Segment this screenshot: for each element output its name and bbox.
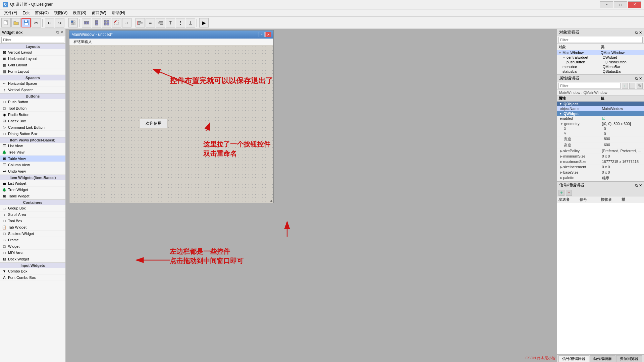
ot-row-pushbutton[interactable]: pushButton QPushButton [557, 60, 644, 64]
menu-window[interactable]: 窗口(W) [89, 9, 109, 16]
tab-resource-browser[interactable]: 资源浏览器 [616, 355, 642, 362]
tab-signal-editor[interactable]: 信号/槽编辑器 [558, 355, 589, 362]
widget-item-tab-widget[interactable]: 📋Tab Widget [0, 224, 65, 231]
menu-edit[interactable]: Edit [20, 10, 32, 16]
signal-add-button[interactable]: ＋ [558, 190, 565, 196]
preview-button[interactable]: ▶ [199, 18, 209, 27]
widget-box-filter-input[interactable] [1, 37, 64, 43]
undo-button[interactable]: ↩ [45, 18, 54, 27]
prop-add-button[interactable]: ＋ [622, 83, 628, 89]
prop-row-sizeincrement[interactable]: ▶sizeIncrement 0 x 0 [557, 165, 644, 170]
ot-row-mainwindow[interactable]: ▼ MainWindow QMainWindow [557, 50, 644, 55]
widget-box-float[interactable]: ⧉ [56, 30, 59, 35]
cut-button[interactable]: ✂ [32, 18, 41, 27]
widget-mode-button[interactable] [68, 18, 78, 27]
maximize-button[interactable]: □ [614, 1, 627, 8]
align-right-button[interactable] [156, 18, 165, 27]
widget-item-group-box[interactable]: ▭Group Box [0, 205, 65, 212]
designer-minimize[interactable]: － [259, 32, 265, 37]
widget-item-combo-box[interactable]: ▼Combo Box [0, 268, 65, 275]
designer-canvas[interactable]: 欢迎使用 ⊿ [69, 45, 273, 203]
ot-row-menubar[interactable]: menubar QMenuBar [557, 64, 644, 69]
prop-row-maximumsize[interactable]: ▶maximumSize 16777215 x 16777215 [557, 159, 644, 165]
widget-item-list-view[interactable]: ☰List View [0, 143, 65, 149]
widget-item-widget[interactable]: □Widget [0, 243, 65, 250]
save-button[interactable] [21, 18, 31, 27]
open-button[interactable] [11, 18, 21, 27]
widget-item-undo-view[interactable]: ↩Undo View [0, 168, 65, 175]
designer-close[interactable]: ✕ [265, 32, 271, 37]
widget-item-table-view[interactable]: ⊞Table View [0, 156, 65, 162]
widget-item-push-button[interactable]: □Push Button [0, 99, 65, 105]
widget-item-table-widget[interactable]: ⊞Table Widget [0, 193, 65, 199]
widget-item-frame[interactable]: ▭Frame [0, 237, 65, 243]
prop-row-y[interactable]: Y 0 [557, 131, 644, 136]
adjust-size-button[interactable]: ↔ [122, 18, 131, 27]
menu-help[interactable]: 帮助(H) [109, 9, 128, 16]
widget-item-stacked-widget[interactable]: □Stacked Widget [0, 231, 65, 237]
widget-box-close[interactable]: ✕ [60, 30, 63, 35]
prop-row-height[interactable]: 高度 600 [557, 142, 644, 148]
widget-item-font-combo-box[interactable]: AFont Combo Box [0, 275, 65, 281]
ot-row-centralwidget[interactable]: ▼ centralwidget QWidget [557, 55, 644, 60]
widget-item-column-view[interactable]: ☰Column View [0, 162, 65, 168]
widget-item-radio-button[interactable]: ◉Radio Button [0, 112, 65, 118]
widget-item-list-widget[interactable]: ☰List Widget [0, 180, 65, 187]
prop-row-sizepolicy[interactable]: ▶sizePolicy [Preferred, Preferred, ... [557, 148, 644, 154]
widget-item-hspacer[interactable]: ↔Horizontal Spacer [0, 80, 65, 87]
align-center-button[interactable]: ≡ [146, 18, 155, 27]
prop-row-minimumsize[interactable]: ▶minimumSize 0 x 0 [557, 154, 644, 159]
widget-item-dock-widget[interactable]: ⊟Dock Widget [0, 256, 65, 262]
tab-action-editor[interactable]: 动作编辑器 [590, 355, 615, 362]
widget-item-check-box[interactable]: ☑Check Box [0, 118, 65, 124]
widget-item-command-link[interactable]: ▷Command Link Button [0, 124, 65, 131]
widget-item-grid-layout[interactable]: ▦Grid Layout [0, 62, 65, 68]
demo-push-button[interactable]: 欢迎使用 [140, 119, 167, 128]
menu-file[interactable]: 文件(F) [1, 9, 20, 16]
menu-form[interactable]: 窗体(O) [32, 9, 51, 16]
prop-row-palette[interactable]: ▶palette 继承 [557, 175, 644, 181]
break-layout-button[interactable] [112, 18, 121, 27]
widget-item-dialog-button-box[interactable]: □Dialog Button Box [0, 131, 65, 137]
widget-item-scroll-area[interactable]: ↕Scroll Area [0, 212, 65, 218]
align-bottom-button[interactable]: ⊥ [186, 18, 195, 27]
widget-item-vspacer[interactable]: ↕Vertical Spacer [0, 87, 65, 93]
se-float[interactable]: ⧉ [635, 183, 638, 187]
minimize-button[interactable]: － [600, 1, 613, 8]
se-close[interactable]: ✕ [639, 183, 642, 187]
widget-item-mdi-area[interactable]: □MDI Area [0, 250, 65, 256]
prop-row-geometry[interactable]: ▼geometry [(0, 0), 800 x 600] [557, 121, 644, 126]
signal-remove-button[interactable]: － [566, 190, 572, 196]
ot-row-statusbar[interactable]: statusbar QStatusBar [557, 69, 644, 74]
menu-settings[interactable]: 设置(S) [70, 9, 89, 16]
widget-item-form-layout[interactable]: ▤Form Layout [0, 68, 65, 75]
widget-item-tool-box[interactable]: □Tool Box [0, 218, 65, 224]
prop-row-x[interactable]: X 0 [557, 126, 644, 131]
designer-menu-item[interactable]: 在这里输入 [71, 39, 95, 45]
widget-item-horizontal-layout[interactable]: ⊞Horizontal Layout [0, 56, 65, 62]
widget-item-tool-button[interactable]: □Tool Button [0, 105, 65, 112]
close-button[interactable]: ✕ [628, 1, 641, 8]
resize-handle[interactable]: ⊿ [269, 199, 273, 202]
prop-row-objectname[interactable]: objectName MainWindow [557, 106, 644, 111]
layout-h-button[interactable] [82, 18, 91, 27]
prop-edit-button[interactable]: ✎ [637, 83, 643, 89]
designer-titlebar[interactable]: MainWindow - untitled* － ✕ [69, 31, 273, 39]
pe-float[interactable]: ⧉ [635, 76, 638, 80]
oi-float[interactable]: ⧉ [635, 31, 638, 35]
prop-row-width[interactable]: 宽度 800 [557, 136, 644, 142]
layout-form-button[interactable] [102, 18, 111, 27]
new-button[interactable] [1, 18, 11, 27]
widget-item-tree-widget[interactable]: 🌲Tree Widget [0, 187, 65, 193]
prop-filter-input[interactable] [558, 83, 621, 89]
widget-item-tree-view[interactable]: 🌲Tree View [0, 149, 65, 156]
align-top-button[interactable]: ⊤ [166, 18, 175, 27]
align-vcenter-button[interactable]: ⋮ [176, 18, 185, 27]
menu-view[interactable]: 视图(V) [51, 9, 70, 16]
widget-item-vertical-layout[interactable]: ⊟Vertical Layout [0, 49, 65, 56]
object-filter-input[interactable] [558, 37, 643, 43]
oi-close[interactable]: ✕ [639, 31, 642, 35]
pe-close[interactable]: ✕ [639, 76, 642, 80]
layout-v-button[interactable] [92, 18, 101, 27]
redo-button[interactable]: ↪ [55, 18, 64, 27]
